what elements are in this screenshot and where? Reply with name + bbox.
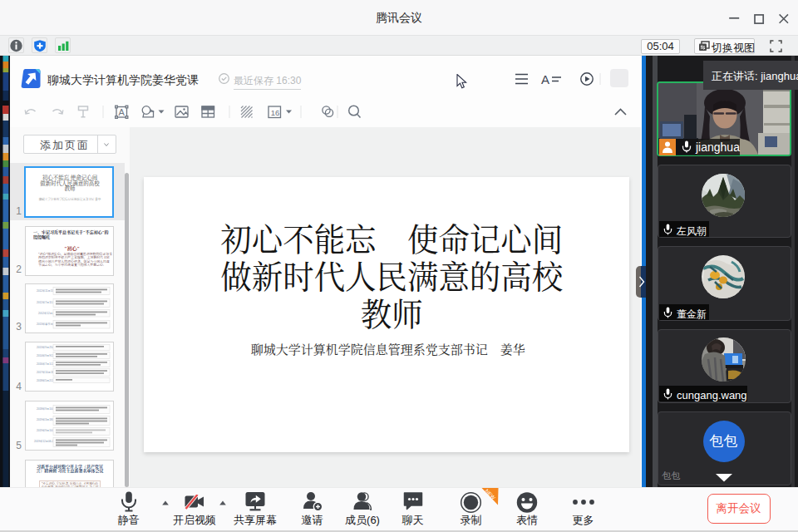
svg-text:2013年9月25日: 2013年9月25日 (37, 346, 55, 349)
svg-text:2019年12月06-27: 2019年12月06-27 (34, 440, 55, 443)
svg-text:2019年9月10日: 2019年9月10日 (37, 429, 55, 432)
svg-text:2018年5月2日: 2018年5月2日 (37, 379, 53, 382)
svg-text:2012年7月11日: 2012年7月11日 (37, 301, 55, 304)
svg-text:2014年9月9日: 2014年9月9日 (37, 354, 53, 357)
svg-text:2019年3月18日: 2019年3月18日 (37, 418, 55, 421)
svg-text:A: A (541, 72, 549, 86)
svg-text:2018年9月10日: 2018年9月10日 (37, 407, 55, 411)
svg-text:A: A (119, 107, 126, 117)
svg-text:2016年7月1日: 2016年7月1日 (37, 362, 53, 366)
svg-text:16: 16 (271, 108, 280, 117)
